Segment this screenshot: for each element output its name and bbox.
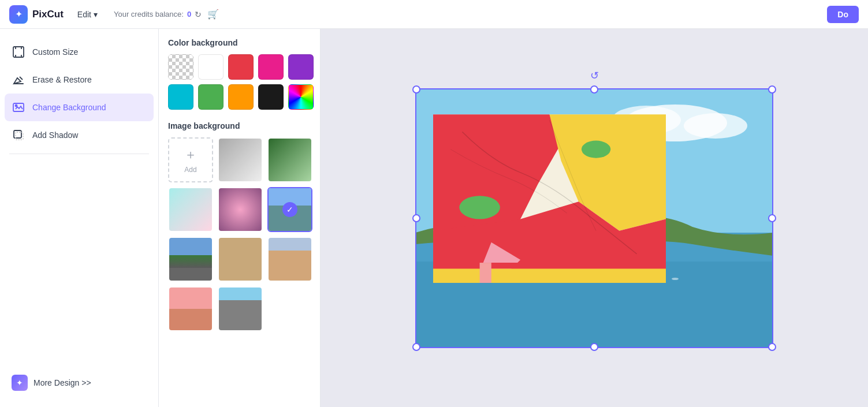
sidebar-label-add-shadow: Add Shadow: [32, 130, 78, 140]
left-sidebar: Custom Size Erase & Restore Change Bac: [0, 29, 159, 407]
overlay-image: [433, 114, 666, 283]
image-thumb-street[interactable]: [267, 237, 312, 282]
add-shadow-icon: [12, 128, 25, 142]
color-swatch-orange[interactable]: [228, 84, 254, 110]
image-thumb-leaf[interactable]: [267, 137, 312, 182]
edit-chevron-icon: ▾: [94, 10, 98, 19]
color-swatch-green[interactable]: [198, 84, 223, 110]
check-icon: ✓: [282, 202, 297, 217]
color-swatch-white[interactable]: [198, 54, 223, 80]
plus-icon: ＋: [184, 146, 197, 163]
header: ✦ PixCut Edit ▾ Your credits balance: 0 …: [0, 0, 868, 29]
credits-label: Your credits balance:: [114, 10, 184, 18]
edit-menu[interactable]: Edit ▾: [73, 8, 102, 21]
color-grid: [168, 54, 311, 110]
svg-point-18: [459, 196, 500, 219]
svg-rect-4: [14, 130, 21, 138]
image-thumb-mountain[interactable]: [168, 237, 213, 282]
edit-label: Edit: [77, 10, 91, 19]
svg-point-19: [582, 140, 610, 158]
image-thumb-beach-selected[interactable]: ✓: [267, 187, 312, 232]
sidebar-item-custom-size[interactable]: Custom Size: [0, 38, 158, 66]
svg-rect-0: [13, 47, 24, 57]
logo-icon: ✦: [9, 5, 28, 24]
credits-area: Your credits balance: 0 ↻ 🛒: [114, 9, 219, 20]
color-swatch-red[interactable]: [228, 54, 254, 80]
more-design-label: More Design >>: [33, 378, 91, 387]
svg-rect-1: [13, 83, 24, 84]
image-grid: ＋ Add ✓: [168, 137, 311, 331]
done-button[interactable]: Do: [827, 6, 859, 23]
svg-point-16: [672, 278, 679, 280]
more-design-item[interactable]: ✦ More Design >>: [0, 368, 158, 398]
canvas-wrapper: ↺: [415, 88, 773, 348]
thumb-leaf-bg: [269, 139, 311, 181]
thumb-gray-bg: [219, 139, 262, 181]
color-swatch-black[interactable]: [258, 84, 284, 110]
thumb-taxi-bg: [219, 287, 262, 330]
color-bg-title: Color background: [168, 38, 311, 47]
change-background-icon: [12, 100, 25, 114]
cart-icon[interactable]: 🛒: [207, 9, 219, 20]
sidebar-item-change-background[interactable]: Change Background: [5, 94, 154, 121]
sidebar-label-change-background: Change Background: [32, 103, 106, 112]
logo-area: ✦ PixCut: [9, 5, 64, 24]
custom-size-icon: [12, 45, 25, 59]
thumb-street-bg: [269, 238, 311, 281]
color-swatch-gradient[interactable]: [288, 84, 314, 110]
image-thumb-arch[interactable]: [218, 237, 263, 282]
add-image-button[interactable]: ＋ Add: [168, 137, 213, 182]
image-bg-title: Image background: [168, 121, 311, 130]
logo-text: PixCut: [32, 9, 64, 20]
sidebar-item-add-shadow[interactable]: Add Shadow: [0, 121, 158, 149]
rotate-handle[interactable]: ↺: [587, 69, 601, 83]
color-swatch-pink[interactable]: [258, 54, 284, 80]
thumb-pastel-bg: [169, 188, 212, 231]
main-area: Custom Size Erase & Restore Change Bac: [0, 29, 868, 407]
image-thumb-bokeh[interactable]: [218, 187, 263, 232]
thumb-pink-bg: [169, 287, 212, 330]
refresh-icon[interactable]: ↻: [195, 10, 202, 19]
color-swatch-transparent[interactable]: [168, 54, 193, 80]
thumb-arch-bg: [219, 238, 262, 281]
color-swatch-cyan[interactable]: [168, 84, 193, 110]
color-swatch-purple[interactable]: [288, 54, 314, 80]
svg-point-3: [16, 105, 17, 107]
svg-point-12: [684, 113, 747, 139]
sidebar-label-erase-restore: Erase & Restore: [32, 75, 92, 84]
credits-value: 0: [187, 10, 191, 18]
sidebar-divider: [9, 154, 149, 154]
thumb-bokeh-bg: [219, 188, 262, 231]
image-thumb-gray[interactable]: [218, 137, 263, 182]
sidebar-item-erase-restore[interactable]: Erase & Restore: [0, 66, 158, 94]
add-label: Add: [184, 166, 196, 174]
sidebar-label-custom-size: Custom Size: [32, 47, 78, 57]
thumb-mountain-bg: [169, 238, 212, 281]
image-thumb-pastel[interactable]: [168, 187, 213, 232]
erase-restore-icon: [12, 73, 25, 87]
right-panel: Color background Image background ＋ Add: [159, 29, 321, 407]
selected-overlay: ✓: [269, 188, 311, 231]
image-thumb-taxi[interactable]: [218, 286, 263, 331]
image-thumb-pink-building[interactable]: [168, 286, 213, 331]
more-design-icon: ✦: [12, 375, 28, 391]
svg-rect-5: [16, 132, 23, 140]
canvas-area: ‹: [321, 29, 868, 407]
